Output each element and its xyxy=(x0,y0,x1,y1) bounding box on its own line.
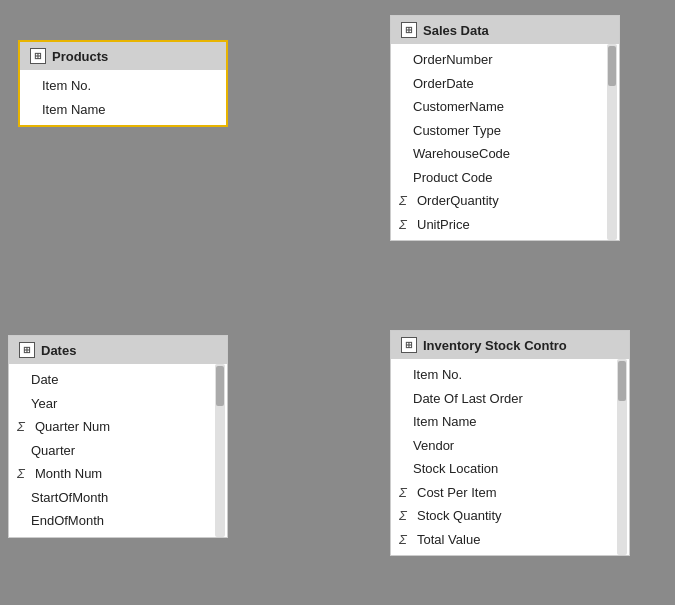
list-item[interactable]: Year xyxy=(9,392,213,416)
field-label: OrderDate xyxy=(413,74,474,94)
sigma-icon: Σ xyxy=(17,417,25,437)
list-item[interactable]: Σ Total Value xyxy=(391,528,615,552)
dates-table-body: Date Year Σ Quarter Num Quarter Σ Month … xyxy=(9,364,227,537)
field-label: Month Num xyxy=(35,464,102,484)
field-label: Stock Quantity xyxy=(417,506,502,526)
sales-table[interactable]: ⊞ Sales Data OrderNumber OrderDate Custo… xyxy=(390,15,620,241)
field-label: Stock Location xyxy=(413,459,498,479)
list-item[interactable]: CustomerName xyxy=(391,95,605,119)
field-label: Date Of Last Order xyxy=(413,389,523,409)
sales-table-header: ⊞ Sales Data xyxy=(391,16,619,44)
field-label: Product Code xyxy=(413,168,493,188)
list-item[interactable]: Σ OrderQuantity xyxy=(391,189,605,213)
field-label: Quarter Num xyxy=(35,417,110,437)
field-label: Quarter xyxy=(31,441,75,461)
table-icon-inventory: ⊞ xyxy=(401,337,417,353)
list-item[interactable]: Product Code xyxy=(391,166,605,190)
dates-table-header: ⊞ Dates xyxy=(9,336,227,364)
scrollbar[interactable] xyxy=(215,364,225,537)
list-item[interactable]: Date Of Last Order xyxy=(391,387,615,411)
list-item[interactable]: StartOfMonth xyxy=(9,486,213,510)
sigma-icon: Σ xyxy=(399,530,407,550)
dates-table[interactable]: ⊞ Dates Date Year Σ Quarter Num Quarter … xyxy=(8,335,228,538)
inventory-table-header: ⊞ Inventory Stock Contro xyxy=(391,331,629,359)
field-label: Year xyxy=(31,394,57,414)
list-item[interactable]: OrderNumber xyxy=(391,48,605,72)
list-item[interactable]: OrderDate xyxy=(391,72,605,96)
inventory-table-title: Inventory Stock Contro xyxy=(423,338,567,353)
dates-table-title: Dates xyxy=(41,343,76,358)
scrollbar[interactable] xyxy=(617,359,627,555)
list-item[interactable]: Vendor xyxy=(391,434,615,458)
list-item[interactable]: Date xyxy=(9,368,213,392)
field-label: Item Name xyxy=(413,412,477,432)
products-table-body: Item No. Item Name xyxy=(20,70,226,125)
products-table-header: ⊞ Products xyxy=(20,42,226,70)
list-item[interactable]: Item Name xyxy=(391,410,615,434)
sales-table-body: OrderNumber OrderDate CustomerName Custo… xyxy=(391,44,619,240)
inventory-table-body: Item No. Date Of Last Order Item Name Ve… xyxy=(391,359,629,555)
field-label: Customer Type xyxy=(413,121,501,141)
field-label: WarehouseCode xyxy=(413,144,510,164)
products-table-title: Products xyxy=(52,49,108,64)
products-table[interactable]: ⊞ Products Item No. Item Name xyxy=(18,40,228,127)
list-item[interactable]: Σ Stock Quantity xyxy=(391,504,615,528)
list-item[interactable]: Item Name xyxy=(20,98,226,122)
sales-table-title: Sales Data xyxy=(423,23,489,38)
field-label: CustomerName xyxy=(413,97,504,117)
list-item[interactable]: Σ UnitPrice xyxy=(391,213,605,237)
field-label: OrderNumber xyxy=(413,50,492,70)
list-item[interactable]: WarehouseCode xyxy=(391,142,605,166)
sigma-icon: Σ xyxy=(399,506,407,526)
list-item[interactable]: Item No. xyxy=(391,363,615,387)
list-item[interactable]: EndOfMonth xyxy=(9,509,213,533)
scrollbar-thumb xyxy=(216,366,224,406)
list-item[interactable]: Item No. xyxy=(20,74,226,98)
sigma-icon: Σ xyxy=(399,215,407,235)
scrollbar-thumb xyxy=(608,46,616,86)
sigma-icon: Σ xyxy=(17,464,25,484)
field-label: Item No. xyxy=(42,76,91,96)
list-item[interactable]: Stock Location xyxy=(391,457,615,481)
field-label: UnitPrice xyxy=(417,215,470,235)
field-label: Cost Per Item xyxy=(417,483,496,503)
list-item[interactable]: Σ Quarter Num xyxy=(9,415,213,439)
field-label: OrderQuantity xyxy=(417,191,499,211)
list-item[interactable]: Σ Cost Per Item xyxy=(391,481,615,505)
scrollbar[interactable] xyxy=(607,44,617,240)
field-label: Total Value xyxy=(417,530,480,550)
field-label: Date xyxy=(31,370,58,390)
scrollbar-thumb xyxy=(618,361,626,401)
field-label: Vendor xyxy=(413,436,454,456)
table-icon-dates: ⊞ xyxy=(19,342,35,358)
inventory-table[interactable]: ⊞ Inventory Stock Contro Item No. Date O… xyxy=(390,330,630,556)
sigma-icon: Σ xyxy=(399,191,407,211)
list-item[interactable]: Customer Type xyxy=(391,119,605,143)
list-item[interactable]: Quarter xyxy=(9,439,213,463)
field-label: Item Name xyxy=(42,100,106,120)
sigma-icon: Σ xyxy=(399,483,407,503)
table-icon-products: ⊞ xyxy=(30,48,46,64)
field-label: StartOfMonth xyxy=(31,488,108,508)
field-label: EndOfMonth xyxy=(31,511,104,531)
list-item[interactable]: Σ Month Num xyxy=(9,462,213,486)
field-label: Item No. xyxy=(413,365,462,385)
table-icon-sales: ⊞ xyxy=(401,22,417,38)
